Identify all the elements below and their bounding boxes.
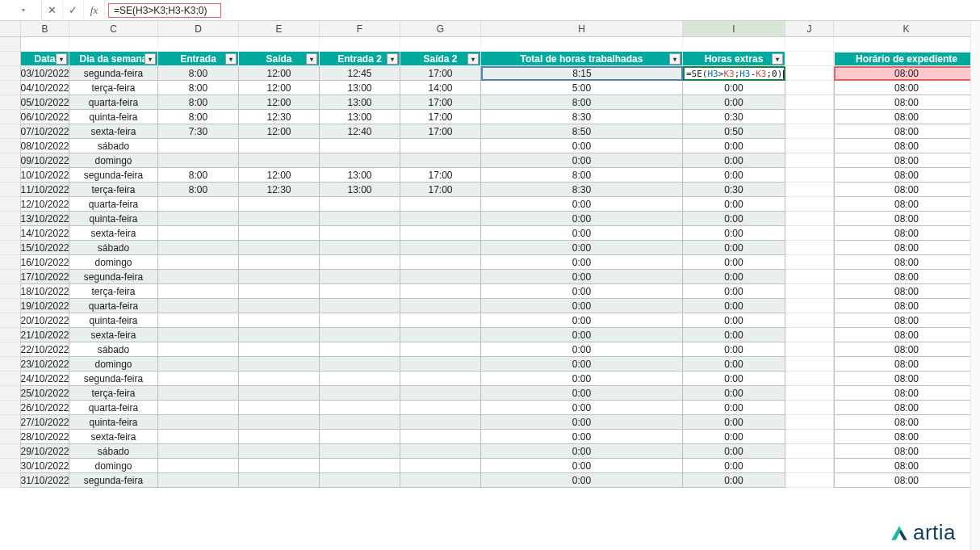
cell-I30[interactable]: 0:00 bbox=[683, 459, 785, 473]
cell-B29[interactable]: 29/10/2022 bbox=[21, 444, 69, 459]
cell-H6[interactable]: 8:30 bbox=[481, 110, 683, 124]
col-header-F[interactable]: Entrada 2▾ bbox=[320, 52, 400, 66]
cell-F7[interactable]: 12:40 bbox=[320, 124, 400, 139]
column-header-G[interactable]: G bbox=[400, 21, 481, 36]
cell-D30[interactable] bbox=[158, 459, 239, 473]
name-box[interactable]: ▾ bbox=[0, 0, 42, 20]
cell-G26[interactable] bbox=[400, 401, 481, 415]
cell-I7[interactable]: 0:50 bbox=[683, 124, 785, 139]
cell-H29[interactable]: 0:00 bbox=[481, 444, 683, 459]
cell-F24[interactable] bbox=[320, 372, 400, 386]
cell-G4[interactable]: 14:00 bbox=[400, 81, 481, 95]
filter-dropdown-icon[interactable]: ▾ bbox=[306, 53, 317, 65]
cell-H22[interactable]: 0:00 bbox=[481, 342, 683, 357]
cell-H15[interactable]: 0:00 bbox=[481, 241, 683, 255]
cell-K25[interactable]: 08:00 bbox=[834, 386, 979, 401]
cell-K31[interactable]: 08:00 bbox=[834, 473, 979, 488]
cell-K10[interactable]: 08:00 bbox=[834, 168, 979, 183]
cancel-formula-button[interactable]: ✕ bbox=[42, 0, 63, 20]
cell-D22[interactable] bbox=[158, 342, 239, 357]
cell-H12[interactable]: 0:00 bbox=[481, 197, 683, 212]
cell-I13[interactable]: 0:00 bbox=[683, 212, 785, 226]
cell-H9[interactable]: 0:00 bbox=[481, 153, 683, 168]
cell-B10[interactable]: 10/10/2022 bbox=[21, 168, 69, 183]
cell-C17[interactable]: segunda-feira bbox=[69, 270, 158, 284]
cell-B26[interactable]: 26/10/2022 bbox=[21, 401, 69, 415]
cell-H26[interactable]: 0:00 bbox=[481, 401, 683, 415]
cell-G20[interactable] bbox=[400, 313, 481, 328]
cell-C24[interactable]: segunda-feira bbox=[69, 372, 158, 386]
insert-function-button[interactable]: fx bbox=[84, 0, 105, 20]
cell-H14[interactable]: 0:00 bbox=[481, 226, 683, 241]
column-header-D[interactable]: D bbox=[158, 21, 239, 36]
cell-G5[interactable]: 17:00 bbox=[400, 95, 481, 110]
cell-E25[interactable] bbox=[239, 386, 320, 401]
grid-body[interactable]: Data▾Dia da semana▾Entrada▾Saída▾Entrada… bbox=[0, 37, 980, 488]
cell-H8[interactable]: 0:00 bbox=[481, 139, 683, 153]
cell-E26[interactable] bbox=[239, 401, 320, 415]
cell-D31[interactable] bbox=[158, 473, 239, 488]
cell-C11[interactable]: terça-feira bbox=[69, 183, 158, 197]
cell-G25[interactable] bbox=[400, 386, 481, 401]
cell-B23[interactable]: 23/10/2022 bbox=[21, 357, 69, 372]
cell-D3[interactable]: 8:00 bbox=[158, 66, 239, 81]
cell-K8[interactable]: 08:00 bbox=[834, 139, 979, 153]
cell-D9[interactable] bbox=[158, 153, 239, 168]
filter-dropdown-icon[interactable]: ▾ bbox=[225, 53, 237, 65]
cell-C25[interactable]: terça-feira bbox=[69, 386, 158, 401]
cell-G12[interactable] bbox=[400, 197, 481, 212]
cell-D12[interactable] bbox=[158, 197, 239, 212]
cell-I27[interactable]: 0:00 bbox=[683, 415, 785, 430]
cell-D20[interactable] bbox=[158, 313, 239, 328]
cell-D5[interactable]: 8:00 bbox=[158, 95, 239, 110]
cell-I8[interactable]: 0:00 bbox=[683, 139, 785, 153]
cell-D23[interactable] bbox=[158, 357, 239, 372]
cell-K5[interactable]: 08:00 bbox=[834, 95, 979, 110]
cell-G15[interactable] bbox=[400, 241, 481, 255]
cell-F12[interactable] bbox=[320, 197, 400, 212]
cell-F15[interactable] bbox=[320, 241, 400, 255]
cell-B4[interactable]: 04/10/2022 bbox=[21, 81, 69, 95]
filter-dropdown-icon[interactable]: ▾ bbox=[387, 53, 398, 65]
cell-G8[interactable] bbox=[400, 139, 481, 153]
cell-E31[interactable] bbox=[239, 473, 320, 488]
cell-I29[interactable]: 0:00 bbox=[683, 444, 785, 459]
cell-I18[interactable]: 0:00 bbox=[683, 284, 785, 299]
column-header-B[interactable]: B bbox=[21, 21, 69, 36]
cell-F19[interactable] bbox=[320, 299, 400, 313]
cell-B28[interactable]: 28/10/2022 bbox=[21, 430, 69, 444]
cell-G3[interactable]: 17:00 bbox=[400, 66, 481, 81]
cell-G16[interactable] bbox=[400, 255, 481, 270]
column-header-H[interactable]: H bbox=[481, 21, 683, 36]
column-header-I[interactable]: I bbox=[683, 21, 785, 36]
cell-D21[interactable] bbox=[158, 328, 239, 342]
cell-E5[interactable]: 12:00 bbox=[239, 95, 320, 110]
cell-D14[interactable] bbox=[158, 226, 239, 241]
cell-I5[interactable]: 0:00 bbox=[683, 95, 785, 110]
cell-C5[interactable]: quarta-feira bbox=[69, 95, 158, 110]
cell-H27[interactable]: 0:00 bbox=[481, 415, 683, 430]
column-header-K[interactable]: K bbox=[834, 21, 979, 36]
cell-C19[interactable]: quarta-feira bbox=[69, 299, 158, 313]
cell-C27[interactable]: quinta-feira bbox=[69, 415, 158, 430]
cell-C28[interactable]: sexta-feira bbox=[69, 430, 158, 444]
cell-G23[interactable] bbox=[400, 357, 481, 372]
cell-K19[interactable]: 08:00 bbox=[834, 299, 979, 313]
cell-F27[interactable] bbox=[320, 415, 400, 430]
cell-D15[interactable] bbox=[158, 241, 239, 255]
cell-B22[interactable]: 22/10/2022 bbox=[21, 342, 69, 357]
cell-H20[interactable]: 0:00 bbox=[481, 313, 683, 328]
cell-G7[interactable]: 17:00 bbox=[400, 124, 481, 139]
cell-D11[interactable]: 8:00 bbox=[158, 183, 239, 197]
cell-F8[interactable] bbox=[320, 139, 400, 153]
col-header-E[interactable]: Saída▾ bbox=[239, 52, 320, 66]
cell-E23[interactable] bbox=[239, 357, 320, 372]
cell-F22[interactable] bbox=[320, 342, 400, 357]
cell-F3[interactable]: 12:45 bbox=[320, 66, 400, 81]
cell-D13[interactable] bbox=[158, 212, 239, 226]
cell-E17[interactable] bbox=[239, 270, 320, 284]
cell-B3[interactable]: 03/10/2022 bbox=[21, 66, 69, 81]
cell-K13[interactable]: 08:00 bbox=[834, 212, 979, 226]
cell-E10[interactable]: 12:00 bbox=[239, 168, 320, 183]
cell-K29[interactable]: 08:00 bbox=[834, 444, 979, 459]
